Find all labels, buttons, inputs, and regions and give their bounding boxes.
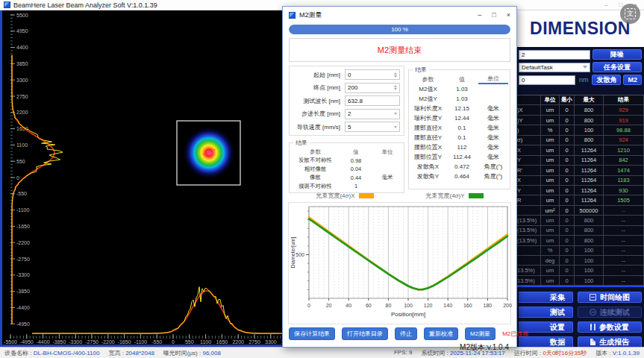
param-cell: X	[516, 176, 541, 185]
param-cell: X	[516, 145, 541, 154]
translate-button[interactable]: 文	[620, 4, 640, 24]
svg-text:-5500: -5500	[4, 339, 17, 345]
results-cell: 毫米	[478, 113, 508, 123]
unit-cell: um	[541, 236, 560, 245]
min-cell: 0	[560, 136, 575, 145]
unit-cell: um	[541, 156, 560, 165]
result-cell: --	[604, 226, 644, 235]
results-cell: 发散不对称性	[291, 157, 340, 166]
continuous-test-icon	[590, 309, 596, 315]
left-results-group: 结果 参数值单位发散不对称性0.98相对像散0.04像散0.44毫米腰斑不对称性…	[289, 139, 404, 193]
dialog-close-button[interactable]: ×	[507, 11, 510, 19]
acquire-button-clipped[interactable]: 采集	[519, 292, 573, 303]
spinner-arrows-icon[interactable]	[394, 85, 397, 90]
min-cell: 0	[560, 166, 575, 175]
results-header-cell: 单位	[372, 148, 402, 157]
legend-label: 光束宽度(4σ)X	[316, 192, 354, 199]
open-results-dir-button[interactable]: 打开结果目录	[342, 327, 388, 340]
noise-reduction-button[interactable]: 降噪	[593, 49, 642, 60]
max-cell: 800	[575, 236, 604, 245]
caustic-chart: 500020406080100120140160180200Position[m…	[288, 202, 511, 324]
form-label: 导轨速度 [mm/s]	[291, 123, 345, 131]
noise-threshold-input[interactable]	[519, 50, 590, 60]
form-value: 0	[348, 72, 351, 78]
form-row: 步进长度 [mm]2	[291, 109, 402, 119]
status-label: 宽高 :	[108, 350, 125, 357]
results-cell: 112.44	[446, 152, 478, 162]
m2-measure-button[interactable]: M2测量	[465, 327, 495, 340]
chevron-down-icon[interactable]	[394, 113, 397, 115]
step-length-select[interactable]: 2	[345, 109, 400, 119]
window-minimize-button[interactable]: –	[604, 1, 607, 8]
svg-text:3300: 3300	[265, 339, 277, 345]
param-cell: )Y	[516, 116, 541, 125]
dialog-maximize-button[interactable]: □	[492, 11, 495, 19]
results-cell: 毫米	[478, 152, 508, 162]
action-button-label: 时间绘图	[600, 292, 630, 303]
test-wavelength-input[interactable]: 632.8	[345, 95, 400, 106]
task-select[interactable]: DefaultTask	[519, 63, 590, 72]
time-plot-button[interactable]: 时间绘图	[578, 292, 642, 303]
wavelength-input[interactable]	[519, 75, 575, 85]
svg-text:Diameter[um]: Diameter[um]	[290, 236, 296, 268]
left-results-legend: 结果	[293, 139, 310, 147]
chevron-down-icon[interactable]	[394, 126, 397, 128]
unit-cell: um	[541, 266, 560, 274]
status-left: 设备名称 : DL-BH-CMOS-/400-1100宽高 : 2048*204…	[4, 349, 221, 357]
results-cell: 毫米	[478, 123, 508, 133]
status-label: 运行时间 :	[514, 350, 543, 357]
recalibrate-button[interactable]: 重新校准	[424, 327, 458, 340]
svg-text:0: 0	[307, 303, 310, 308]
svg-text:-3850: -3850	[16, 289, 30, 294]
form-label: 测试波长 [nm]	[291, 97, 345, 105]
end-position-input[interactable]: 200	[345, 83, 400, 93]
min-cell: 0	[560, 276, 575, 285]
svg-text:4400: 4400	[16, 45, 28, 50]
svg-text:-550: -550	[16, 191, 27, 196]
save-results-button[interactable]: 保存计算结果	[289, 327, 335, 340]
form-row: 测试波长 [nm]632.8	[291, 95, 402, 106]
dialog-minimize-button[interactable]: –	[478, 11, 481, 19]
results-cell	[478, 94, 508, 104]
continuous-test-button[interactable]: 连续测试	[578, 307, 642, 318]
param-cell	[516, 246, 541, 255]
legend-item: 光束宽度(4σ)Y	[426, 192, 484, 200]
m2-mode-button[interactable]: M2	[623, 75, 642, 85]
task-settings-button[interactable]: 任务设置	[593, 62, 642, 72]
results-cell: 毫米	[478, 133, 508, 142]
table-row: Yum011264842	[516, 156, 644, 166]
table-row: Xum0112641183	[516, 176, 644, 186]
rail-speed-select[interactable]: 5	[345, 122, 400, 132]
table-row: deg0100--	[516, 256, 644, 266]
table-row: (13.5%)um0800--	[516, 226, 644, 236]
translate-icon: 文	[625, 8, 636, 19]
start-position-input[interactable]: 0	[345, 69, 400, 80]
results-cell: 角度(°)	[478, 172, 508, 181]
test-button-clipped[interactable]: 测试	[519, 307, 573, 318]
unit-cell: um	[541, 145, 560, 154]
results-cell: 0.44	[340, 174, 372, 183]
max-cell: 100	[575, 276, 604, 285]
result-cell: 1474	[604, 166, 644, 175]
results-cell: 发散角Y	[410, 172, 446, 181]
stop-button[interactable]: 停止	[395, 327, 417, 340]
header-cell: 单位	[541, 95, 560, 104]
form-label: 步进长度 [mm]	[291, 110, 345, 118]
results-cell: 毫米	[478, 104, 508, 113]
min-cell: 0	[560, 246, 575, 255]
table-row: (13.5%)um0800--	[516, 216, 644, 225]
svg-text:Position[mm]: Position[mm]	[391, 311, 425, 318]
divergence-angle-button[interactable]: 发散角	[592, 75, 621, 85]
results-cell: 腰部直径X	[410, 123, 446, 133]
svg-text:100: 100	[404, 303, 413, 308]
results-cell: 12.44	[446, 113, 478, 123]
svg-text:-4950: -4950	[20, 339, 34, 345]
unit-cell: um	[541, 276, 560, 285]
measurement-status-banner: M2测量结束	[289, 38, 510, 62]
action-button-label: 连续测试	[600, 307, 630, 318]
svg-text:160: 160	[463, 303, 472, 308]
results-cell: 腰部直径Y	[410, 133, 446, 142]
param-settings-button[interactable]: 参数设置	[578, 321, 642, 333]
svg-text:-550: -550	[151, 339, 162, 345]
spinner-arrows-icon[interactable]	[394, 72, 397, 78]
